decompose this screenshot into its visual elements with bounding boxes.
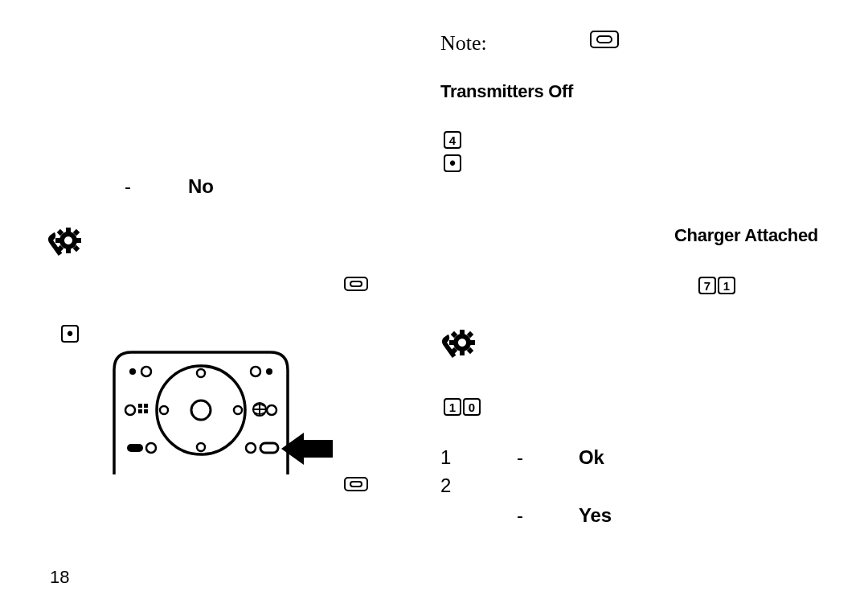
svg-rect-35 bbox=[127, 444, 143, 452]
svg-rect-2 bbox=[55, 238, 60, 243]
pill-inner bbox=[350, 281, 362, 287]
svg-rect-10 bbox=[449, 340, 454, 345]
keycap-dot: • bbox=[444, 154, 461, 172]
menu-pill-icon-3 bbox=[344, 477, 368, 491]
dash-before-ok: - bbox=[517, 446, 523, 469]
dash-before-yes: - bbox=[517, 504, 523, 527]
svg-point-37 bbox=[246, 443, 256, 453]
keycap-4: 4 bbox=[444, 131, 461, 149]
yes-label: Yes bbox=[579, 504, 612, 527]
svg-point-25 bbox=[266, 368, 272, 375]
heading-transmitters-off: Transmitters Off bbox=[440, 81, 573, 102]
menu-pill-icon bbox=[590, 31, 619, 48]
no-label: No bbox=[188, 175, 214, 198]
settings-gear-wrench-icon bbox=[48, 228, 82, 263]
svg-rect-9 bbox=[460, 351, 465, 355]
menu-pill-icon-2 bbox=[344, 277, 368, 291]
heading-charger-attached: Charger Attached bbox=[674, 225, 818, 246]
svg-rect-0 bbox=[66, 228, 71, 232]
svg-point-36 bbox=[146, 443, 156, 453]
list-1: 1 bbox=[440, 446, 451, 469]
svg-point-19 bbox=[197, 443, 205, 451]
svg-point-16 bbox=[157, 366, 245, 454]
svg-point-23 bbox=[141, 367, 151, 376]
svg-point-17 bbox=[191, 400, 211, 420]
keycap-71-group: 7 1 bbox=[698, 277, 735, 294]
svg-rect-11 bbox=[470, 340, 475, 345]
svg-rect-29 bbox=[138, 409, 142, 413]
svg-rect-1 bbox=[66, 248, 71, 253]
keycap-dot-2: • bbox=[61, 325, 79, 343]
list-2: 2 bbox=[440, 474, 451, 497]
svg-rect-28 bbox=[144, 404, 148, 408]
keycap-0: 0 bbox=[463, 398, 481, 416]
ok-label: Ok bbox=[579, 446, 604, 469]
svg-point-34 bbox=[267, 405, 276, 415]
note-label: Note: bbox=[440, 31, 487, 55]
svg-point-20 bbox=[160, 406, 168, 414]
keycap-1b: 1 bbox=[444, 398, 461, 416]
svg-point-21 bbox=[234, 406, 242, 414]
keycap-1: 1 bbox=[718, 277, 735, 294]
settings-gear-wrench-icon-2 bbox=[442, 330, 476, 365]
svg-point-24 bbox=[251, 367, 260, 376]
keycap-10-group: 1 0 bbox=[444, 398, 481, 416]
keycap-7: 7 bbox=[698, 277, 716, 294]
svg-rect-27 bbox=[138, 404, 142, 408]
dash-before-no: - bbox=[125, 175, 131, 198]
svg-point-22 bbox=[129, 368, 136, 375]
svg-rect-30 bbox=[144, 409, 148, 413]
page-number: 18 bbox=[50, 567, 69, 588]
pill-inner bbox=[350, 481, 362, 487]
svg-marker-40 bbox=[281, 433, 304, 465]
phone-keypad-diagram bbox=[104, 347, 338, 479]
svg-rect-38 bbox=[260, 443, 278, 453]
svg-rect-3 bbox=[76, 238, 81, 243]
svg-rect-39 bbox=[304, 440, 333, 458]
svg-point-18 bbox=[197, 369, 205, 377]
pill-inner bbox=[596, 35, 612, 43]
svg-point-26 bbox=[125, 405, 135, 415]
svg-rect-8 bbox=[460, 330, 465, 335]
